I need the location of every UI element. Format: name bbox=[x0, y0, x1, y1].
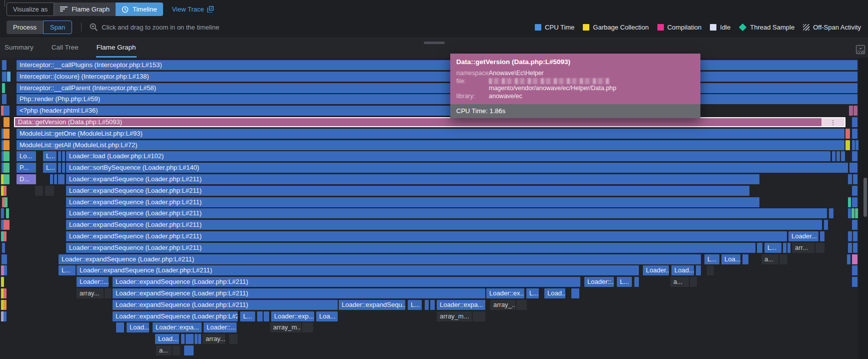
flame-graph-view-button[interactable]: Flame Graph bbox=[54, 3, 116, 16]
flame-frame[interactable]: ModuleList::getOne (ModuleList.php:L#93) bbox=[17, 129, 844, 139]
flame-frame[interactable]: Loader::expandSequence (Loader.php:L#211… bbox=[66, 197, 759, 207]
flame-frame[interactable]: Loader::expandSequence (Loader.php:L#211… bbox=[66, 231, 787, 241]
flame-frame-small[interactable] bbox=[824, 220, 828, 230]
process-toggle-button[interactable]: Process bbox=[7, 21, 43, 34]
flame-frame[interactable]: Load... bbox=[671, 265, 694, 275]
tab-summary[interactable]: Summary bbox=[4, 44, 34, 58]
flame-frame-small[interactable] bbox=[851, 208, 854, 218]
flame-frame-small[interactable] bbox=[173, 345, 180, 355]
flame-frame-small[interactable] bbox=[852, 117, 857, 127]
flame-frame[interactable]: Loader::load (Loader.php:L#102) bbox=[66, 151, 830, 161]
flame-frame-small[interactable] bbox=[848, 208, 851, 218]
flame-frame[interactable]: Loader... bbox=[643, 265, 669, 275]
flame-frame-small[interactable] bbox=[4, 117, 10, 127]
flame-frame[interactable]: L... bbox=[704, 254, 719, 264]
flame-frame[interactable]: Php::render (Php.php:L#59) bbox=[17, 94, 857, 104]
flame-frame[interactable]: L... bbox=[764, 243, 781, 253]
flame-frame-small[interactable] bbox=[50, 174, 53, 184]
span-toggle-button[interactable]: Span bbox=[43, 21, 72, 34]
flame-frame[interactable]: L... bbox=[240, 311, 255, 321]
flame-frame-small[interactable] bbox=[845, 140, 850, 150]
flame-frame-small[interactable] bbox=[1, 277, 4, 287]
flame-frame-small[interactable] bbox=[848, 174, 852, 184]
flame-frame-small[interactable] bbox=[4, 231, 7, 241]
flame-frame-small[interactable] bbox=[4, 254, 7, 264]
flame-frame-small[interactable] bbox=[4, 129, 10, 139]
flame-frame[interactable]: Loader::... bbox=[584, 277, 614, 287]
flame-frame-small[interactable] bbox=[707, 265, 714, 275]
flame-frame-small[interactable] bbox=[198, 334, 201, 344]
flame-graph-canvas[interactable]: Interceptor::__callPlugins (Interceptor.… bbox=[0, 58, 868, 359]
flame-frame[interactable]: Loader::exp... bbox=[271, 311, 314, 321]
flame-frame[interactable]: a... bbox=[670, 277, 689, 287]
flame-frame-small[interactable] bbox=[852, 265, 857, 275]
flame-frame[interactable]: P... bbox=[17, 163, 36, 173]
flame-frame-small[interactable] bbox=[855, 140, 858, 150]
flame-frame-small[interactable] bbox=[832, 151, 835, 161]
flame-frame[interactable]: Loader::... bbox=[204, 322, 237, 332]
flame-frame-small[interactable] bbox=[742, 254, 748, 264]
flame-frame[interactable]: Load... bbox=[544, 288, 565, 298]
flame-frame-small[interactable] bbox=[186, 334, 194, 344]
flame-frame-small[interactable] bbox=[853, 231, 857, 241]
flame-frame-small[interactable] bbox=[516, 300, 527, 310]
panel-resize-handle[interactable] bbox=[424, 42, 445, 44]
flame-frame-small[interactable] bbox=[4, 140, 10, 150]
flame-frame-small[interactable] bbox=[855, 208, 858, 218]
flame-frame[interactable]: Interceptor::__callPlugins (Interceptor.… bbox=[17, 60, 857, 70]
view-trace-link[interactable]: View Trace bbox=[172, 6, 214, 13]
flame-frame[interactable]: Load... bbox=[155, 334, 179, 344]
flame-frame-small[interactable] bbox=[696, 265, 701, 275]
flame-frame-small[interactable] bbox=[829, 208, 833, 218]
flame-frame-small[interactable] bbox=[473, 311, 485, 321]
flame-frame-small[interactable] bbox=[845, 129, 850, 139]
flame-frame-small[interactable] bbox=[425, 300, 429, 310]
flame-frame-small[interactable] bbox=[195, 334, 198, 344]
flame-frame[interactable]: D... bbox=[17, 174, 36, 184]
flame-frame[interactable]: Loader::expandSequence (Loader.php:L#211… bbox=[66, 174, 759, 184]
flame-frame-small[interactable] bbox=[848, 197, 851, 207]
flame-frame-small[interactable] bbox=[62, 163, 65, 173]
flame-frame-small[interactable] bbox=[852, 140, 855, 150]
collapse-panel-button[interactable]: ⌄ bbox=[856, 45, 865, 54]
flame-frame-small[interactable] bbox=[229, 334, 238, 344]
flame-frame[interactable]: a... bbox=[156, 345, 172, 355]
flame-frame[interactable]: Loader::expandSequence (Loader.php:L#211… bbox=[113, 277, 580, 287]
flame-frame[interactable]: Loader::expandSequence (Loader.php:L#211… bbox=[59, 254, 701, 264]
flame-frame[interactable]: array... bbox=[203, 334, 225, 344]
flame-frame-small[interactable] bbox=[852, 220, 857, 230]
tab-flame-graph[interactable]: Flame Graph bbox=[96, 44, 137, 58]
flame-frame-small[interactable] bbox=[430, 300, 435, 310]
flame-frame-small[interactable] bbox=[2, 243, 5, 253]
flame-frame-small[interactable] bbox=[634, 277, 639, 287]
kebab-menu-icon[interactable]: ⋮ bbox=[821, 118, 844, 126]
flame-frame[interactable]: Loa... bbox=[721, 254, 740, 264]
flame-frame-small[interactable] bbox=[4, 300, 7, 310]
flame-frame-small[interactable] bbox=[2, 60, 7, 70]
flame-frame-small[interactable] bbox=[853, 106, 857, 116]
flame-frame-small[interactable] bbox=[853, 174, 857, 184]
flame-frame-small[interactable] bbox=[852, 186, 857, 196]
flame-frame[interactable]: L... bbox=[43, 151, 57, 161]
flame-frame-small[interactable] bbox=[4, 163, 10, 173]
flame-frame-small[interactable] bbox=[852, 151, 857, 161]
flame-frame-small[interactable] bbox=[5, 197, 8, 207]
flame-frame-small[interactable] bbox=[852, 277, 857, 287]
flame-frame-small[interactable] bbox=[181, 334, 185, 344]
flame-frame[interactable]: Loader::expandSequence (Loader.php:L#211… bbox=[66, 186, 749, 196]
flame-frame[interactable]: a... bbox=[761, 254, 778, 264]
flame-frame-small[interactable] bbox=[787, 243, 790, 253]
flame-frame-small[interactable] bbox=[7, 174, 10, 184]
flame-frame-small[interactable] bbox=[815, 243, 824, 253]
flame-frame-small[interactable] bbox=[2, 72, 7, 82]
flame-frame-small[interactable] bbox=[62, 151, 65, 161]
flame-frame[interactable]: L... bbox=[408, 300, 422, 310]
flame-frame[interactable]: L... bbox=[526, 288, 539, 298]
flame-frame[interactable]: Loader::expa... bbox=[437, 300, 485, 310]
flame-frame-small[interactable] bbox=[820, 231, 824, 241]
flame-frame-small[interactable] bbox=[116, 322, 124, 332]
flame-frame-small[interactable] bbox=[836, 151, 840, 161]
flame-frame[interactable]: Load... bbox=[127, 322, 149, 332]
flame-frame-small[interactable] bbox=[184, 345, 194, 355]
flame-frame-small[interactable] bbox=[848, 231, 852, 241]
